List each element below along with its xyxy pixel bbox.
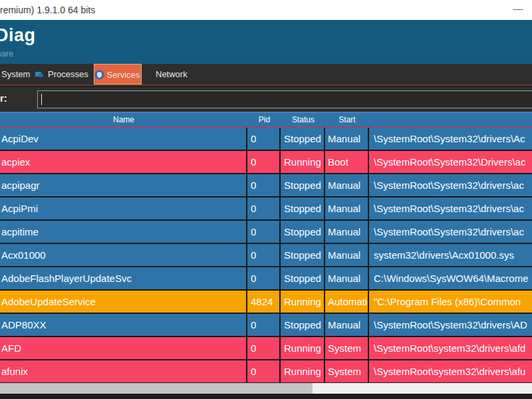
app-title: Diag — [0, 25, 36, 46]
cell-start: System — [324, 360, 368, 382]
cell-name: AdobeUpdateService — [0, 291, 246, 313]
minimize-button[interactable]: — — [508, 0, 528, 20]
cell-path: \SystemRoot\System32\Drivers\ac — [368, 151, 532, 173]
tab-services-label: Services — [107, 70, 140, 80]
cell-start: Manual — [324, 244, 368, 266]
cell-start: Manual — [324, 221, 368, 243]
cell-pid: 0 — [246, 174, 279, 196]
filter-bar: r: — [0, 87, 532, 112]
cell-pid: 0 — [246, 151, 279, 173]
app-window: remium) 1.9.1.0 64 bits — Diag ware Syst… — [0, 0, 532, 399]
cell-pid: 4824 — [246, 291, 279, 313]
cell-name: acpiex — [0, 151, 246, 173]
cell-pid: 0 — [246, 128, 279, 150]
cell-name: afunix — [0, 360, 246, 382]
cell-start: Automatic — [324, 291, 368, 313]
table-row[interactable]: AcpiDev0StoppedManual\SystemRoot\System3… — [0, 128, 532, 151]
cell-status: Running — [279, 360, 324, 382]
tab-system-label: System — [1, 69, 30, 79]
app-header: Diag ware — [0, 20, 532, 64]
cell-pid: 0 — [246, 221, 279, 243]
cell-pid: 0 — [246, 267, 279, 289]
tab-processes[interactable]: Processes — [35, 64, 88, 84]
cell-start: Manual — [324, 267, 368, 289]
cell-pid: 0 — [246, 314, 279, 336]
minimize-icon: — — [513, 3, 523, 14]
cell-path: C:\Windows\SysWOW64\Macrome — [368, 267, 532, 289]
horizontal-scrollbar[interactable] — [0, 383, 532, 394]
column-header-start[interactable]: Start — [324, 113, 368, 126]
table-row[interactable]: acpitime0StoppedManual\SystemRoot\System… — [0, 221, 532, 244]
cell-name: AdobeFlashPlayerUpdateSvc — [0, 267, 246, 289]
cell-name: AcpiPmi — [0, 198, 246, 219]
table-body: AcpiDev0StoppedManual\SystemRoot\System3… — [0, 128, 532, 383]
table-row[interactable]: AcpiPmi0StoppedManual\SystemRoot\System3… — [0, 198, 532, 221]
cell-start: Manual — [324, 314, 368, 336]
tab-processes-label: Processes — [48, 69, 88, 79]
cell-start: Manual — [324, 128, 368, 150]
tab-network-label: Network — [156, 69, 188, 79]
tab-bar: System Processes Services Network — [0, 64, 532, 86]
cell-path: \SystemRoot\system32\drivers\afd — [368, 337, 532, 359]
bottom-strip — [0, 394, 532, 399]
text-caret — [41, 94, 42, 105]
table-row[interactable]: AdobeUpdateService4824RunningAutomatic"C… — [0, 291, 532, 314]
filter-input[interactable] — [37, 90, 532, 108]
cell-name: ADP80XX — [0, 314, 246, 336]
cell-path: \SystemRoot\System32\drivers\ac — [368, 198, 532, 219]
cell-pid: 0 — [246, 244, 279, 266]
table-row[interactable]: AFD0RunningSystem\SystemRoot\system32\dr… — [0, 337, 532, 360]
cell-path: system32\drivers\Acx01000.sys — [368, 244, 532, 266]
cell-name: Acx01000 — [0, 244, 246, 266]
table-row[interactable]: acpipagr0StoppedManual\SystemRoot\System… — [0, 174, 532, 198]
table-row[interactable]: ADP80XX0StoppedManual\SystemRoot\System3… — [0, 314, 532, 337]
cell-status: Stopped — [279, 174, 324, 196]
processes-icon — [35, 66, 45, 76]
services-table: Name Pid Status Start AcpiDev0StoppedMan… — [0, 112, 532, 383]
scrollbar-thumb[interactable] — [0, 383, 313, 394]
cell-name: AFD — [0, 337, 246, 359]
window-titlebar: remium) 1.9.1.0 64 bits — — [0, 0, 532, 20]
tab-services[interactable]: Services — [94, 64, 142, 84]
table-row[interactable]: acpiex0RunningBoot\SystemRoot\System32\D… — [0, 151, 532, 174]
shield-icon — [94, 66, 104, 76]
cell-status: Stopped — [279, 244, 324, 266]
cell-status: Stopped — [279, 221, 324, 243]
column-header-pid[interactable]: Pid — [246, 113, 279, 126]
cell-path: \SystemRoot\system32\drivers\afu — [368, 360, 532, 382]
cell-status: Running — [279, 291, 324, 313]
cell-start: Boot — [324, 151, 368, 173]
table-row[interactable]: Acx010000StoppedManualsystem32\drivers\A… — [0, 244, 532, 267]
cell-path: "C:\Program Files (x86)\Common — [368, 291, 532, 313]
column-header-path[interactable] — [368, 113, 532, 126]
cell-path: \SystemRoot\System32\drivers\Ac — [368, 128, 532, 150]
table-row[interactable]: AdobeFlashPlayerUpdateSvc0StoppedManualC… — [0, 267, 532, 291]
cell-status: Stopped — [279, 267, 324, 289]
cell-pid: 0 — [246, 337, 279, 359]
cell-start: Manual — [324, 174, 368, 196]
column-header-status[interactable]: Status — [279, 113, 324, 126]
cell-pid: 0 — [246, 198, 279, 219]
cell-path: \SystemRoot\System32\drivers\ac — [368, 221, 532, 243]
cell-status: Stopped — [279, 314, 324, 336]
cell-name: acpitime — [0, 221, 246, 243]
table-row[interactable]: afunix0RunningSystem\SystemRoot\system32… — [0, 360, 532, 383]
cell-path: \SystemRoot\System32\drivers\AD — [368, 314, 532, 336]
column-header-name[interactable]: Name — [0, 113, 246, 126]
cell-pid: 0 — [246, 360, 279, 382]
app-subtitle: ware — [0, 49, 13, 59]
cell-name: acpipagr — [0, 174, 246, 196]
cell-path: \SystemRoot\System32\drivers\ac — [368, 174, 532, 196]
tab-system[interactable]: System — [1, 64, 30, 84]
cell-status: Stopped — [279, 128, 324, 150]
filter-label: r: — [0, 92, 7, 104]
table-header-row: Name Pid Status Start — [0, 113, 532, 128]
tab-network[interactable]: Network — [156, 64, 188, 84]
window-title: remium) 1.9.1.0 64 bits — [0, 0, 95, 20]
cell-start: System — [324, 337, 368, 359]
cell-name: AcpiDev — [0, 128, 246, 150]
cell-status: Running — [279, 337, 324, 359]
cell-status: Running — [279, 151, 324, 173]
cell-status: Stopped — [279, 198, 324, 219]
cell-start: Manual — [324, 198, 368, 219]
